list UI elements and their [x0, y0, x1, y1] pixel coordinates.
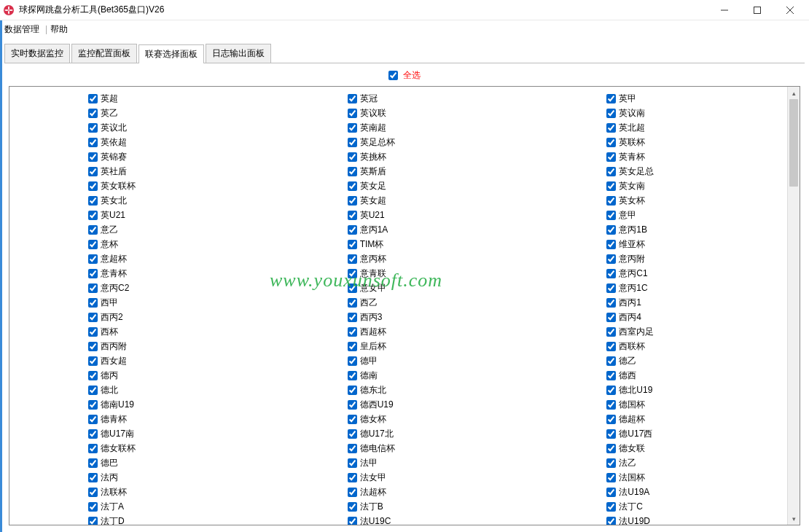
league-checkbox[interactable] — [88, 298, 98, 308]
league-checkbox[interactable] — [606, 502, 616, 512]
league-checkbox[interactable] — [606, 429, 616, 439]
league-checkbox[interactable] — [606, 400, 616, 410]
select-all-checkbox[interactable] — [388, 71, 398, 80]
league-checkbox[interactable] — [348, 254, 357, 264]
league-checkbox[interactable] — [348, 502, 357, 512]
league-checkbox[interactable] — [88, 254, 98, 264]
scroll-up-button[interactable]: ▴ — [788, 87, 800, 99]
league-checkbox[interactable] — [606, 415, 616, 424]
league-checkbox[interactable] — [348, 196, 357, 206]
league-checkbox[interactable] — [348, 138, 357, 147]
league-checkbox[interactable] — [88, 327, 98, 337]
league-checkbox[interactable] — [606, 444, 616, 453]
maximize-button[interactable] — [740, 0, 773, 20]
menu-data-manage[interactable]: 数据管理 — [4, 23, 39, 36]
league-checkbox[interactable] — [348, 211, 357, 220]
league-checkbox[interactable] — [348, 371, 357, 380]
league-checkbox[interactable] — [88, 196, 98, 206]
league-checkbox[interactable] — [348, 342, 357, 351]
league-checkbox[interactable] — [606, 473, 616, 482]
league-checkbox[interactable] — [606, 152, 616, 162]
league-checkbox[interactable] — [606, 517, 616, 525]
scrollbar[interactable]: ▴ ▾ — [787, 87, 800, 525]
league-checkbox[interactable] — [348, 313, 357, 322]
select-all-label[interactable]: 全选 — [403, 70, 421, 80]
league-checkbox[interactable] — [606, 123, 616, 133]
league-checkbox[interactable] — [88, 356, 98, 366]
league-checkbox[interactable] — [348, 109, 357, 118]
league-checkbox[interactable] — [88, 94, 98, 103]
league-checkbox[interactable] — [88, 386, 98, 395]
league-checkbox[interactable] — [348, 123, 357, 133]
league-checkbox[interactable] — [606, 386, 616, 395]
league-checkbox[interactable] — [606, 342, 616, 351]
league-checkbox[interactable] — [88, 313, 98, 322]
league-checkbox[interactable] — [88, 240, 98, 249]
minimize-button[interactable] — [708, 0, 740, 20]
league-checkbox[interactable] — [606, 313, 616, 322]
league-checkbox[interactable] — [88, 458, 98, 468]
league-checkbox[interactable] — [348, 458, 357, 468]
league-checkbox[interactable] — [88, 415, 98, 424]
league-checkbox[interactable] — [88, 225, 98, 235]
tab-3[interactable]: 日志输出面板 — [206, 44, 271, 63]
league-checkbox[interactable] — [88, 444, 98, 453]
league-checkbox[interactable] — [348, 488, 357, 497]
league-checkbox[interactable] — [348, 240, 357, 249]
league-checkbox[interactable] — [88, 152, 98, 162]
league-checkbox[interactable] — [88, 342, 98, 351]
league-checkbox[interactable] — [88, 181, 98, 191]
league-checkbox[interactable] — [88, 473, 98, 482]
league-checkbox[interactable] — [88, 502, 98, 512]
close-button[interactable] — [773, 0, 806, 20]
league-checkbox[interactable] — [348, 283, 357, 293]
league-checkbox[interactable] — [606, 181, 616, 191]
league-checkbox[interactable] — [348, 327, 357, 337]
league-checkbox[interactable] — [88, 517, 98, 525]
league-checkbox[interactable] — [348, 473, 357, 482]
league-checkbox[interactable] — [606, 240, 616, 249]
league-checkbox[interactable] — [606, 167, 616, 176]
league-checkbox[interactable] — [88, 269, 98, 278]
league-checkbox[interactable] — [348, 167, 357, 176]
league-checkbox[interactable] — [606, 196, 616, 206]
menu-help[interactable]: 帮助 — [50, 23, 68, 36]
league-checkbox[interactable] — [348, 517, 357, 525]
scroll-thumb[interactable] — [789, 99, 798, 187]
league-checkbox[interactable] — [88, 488, 98, 497]
league-checkbox[interactable] — [606, 225, 616, 235]
league-checkbox[interactable] — [88, 211, 98, 220]
league-checkbox[interactable] — [88, 167, 98, 176]
league-checkbox[interactable] — [348, 400, 357, 410]
league-checkbox[interactable] — [606, 327, 616, 337]
league-checkbox[interactable] — [348, 429, 357, 439]
league-checkbox[interactable] — [606, 488, 616, 497]
league-checkbox[interactable] — [348, 152, 357, 162]
league-checkbox[interactable] — [606, 211, 616, 220]
scroll-down-button[interactable]: ▾ — [788, 512, 800, 525]
league-checkbox[interactable] — [348, 181, 357, 191]
league-checkbox[interactable] — [606, 356, 616, 366]
league-checkbox[interactable] — [348, 415, 357, 424]
league-checkbox[interactable] — [606, 109, 616, 118]
league-checkbox[interactable] — [88, 109, 98, 118]
league-checkbox[interactable] — [606, 94, 616, 103]
league-checkbox[interactable] — [348, 356, 357, 366]
league-checkbox[interactable] — [88, 283, 98, 293]
tab-0[interactable]: 实时数据监控 — [4, 44, 70, 63]
league-checkbox[interactable] — [88, 400, 98, 410]
tab-1[interactable]: 监控配置面板 — [71, 44, 137, 63]
league-checkbox[interactable] — [606, 269, 616, 278]
league-checkbox[interactable] — [88, 138, 98, 147]
league-checkbox[interactable] — [606, 254, 616, 264]
league-checkbox[interactable] — [348, 444, 357, 453]
league-checkbox[interactable] — [606, 283, 616, 293]
league-checkbox[interactable] — [88, 123, 98, 133]
league-checkbox[interactable] — [606, 138, 616, 147]
league-checkbox[interactable] — [88, 429, 98, 439]
tab-2[interactable]: 联赛选择面板 — [138, 44, 204, 63]
league-checkbox[interactable] — [348, 298, 357, 308]
league-checkbox[interactable] — [348, 386, 357, 395]
league-checkbox[interactable] — [606, 298, 616, 308]
league-checkbox[interactable] — [348, 225, 357, 235]
